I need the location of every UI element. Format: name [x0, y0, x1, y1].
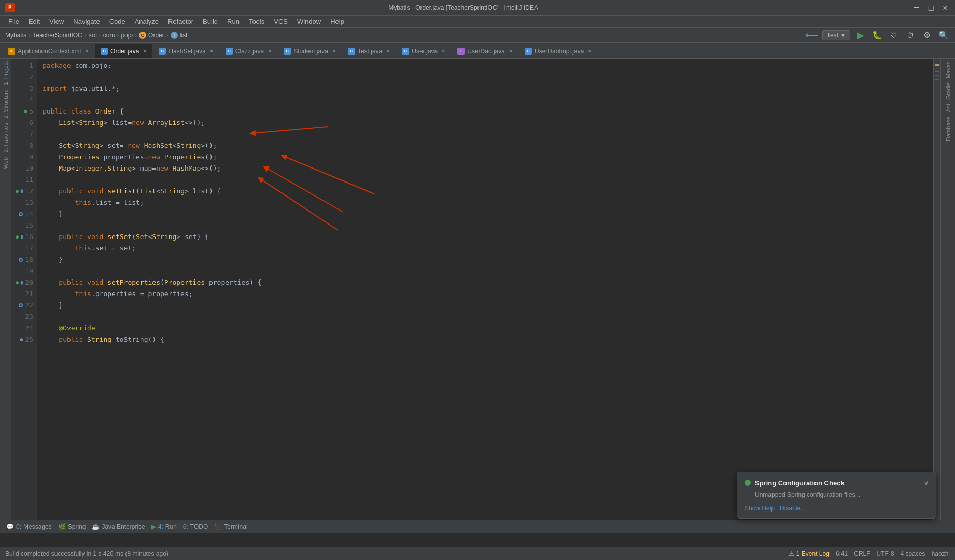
- coverage-button[interactable]: 🛡: [888, 29, 900, 41]
- tab-close-clazz[interactable]: ✕: [268, 48, 272, 54]
- code-line-9: Properties properties=new Properties();: [43, 151, 928, 163]
- code-line-13: this.list = list;: [43, 197, 928, 208]
- tab-close-userdaoimpl[interactable]: ✕: [587, 48, 592, 54]
- tab-clazz[interactable]: C Clazz.java ✕: [220, 44, 277, 58]
- breadcrumb-list[interactable]: list: [180, 32, 188, 39]
- tab-close-student[interactable]: ✕: [332, 48, 336, 54]
- sidebar-item-ant[interactable]: Ant: [944, 102, 952, 115]
- menu-run[interactable]: Run: [223, 17, 244, 26]
- line-num-12: ● 12: [16, 186, 33, 197]
- code-editor[interactable]: package com.pojo; import java.util.*; pu…: [37, 59, 933, 533]
- status-charset[interactable]: UTF-8: [877, 550, 894, 557]
- navigate-back-button[interactable]: ⟵: [806, 29, 818, 41]
- menu-vcs[interactable]: VCS: [270, 17, 292, 26]
- sidebar-item-database[interactable]: Database: [944, 115, 952, 143]
- sep4: ›: [117, 32, 119, 39]
- breadcrumb-list-icon: i: [171, 32, 178, 39]
- tab-close-applicationcontext[interactable]: ✕: [85, 48, 89, 54]
- status-crlf[interactable]: CRLF: [854, 550, 870, 557]
- code-line-25: public String toString() {: [43, 334, 928, 345]
- tab-icon-userdaoimpl: C: [525, 48, 532, 55]
- title-bar-title: Mybatis - Order.java [TeacherSprintIOC] …: [388, 4, 538, 11]
- menu-code[interactable]: Code: [105, 17, 130, 26]
- vertical-scrollbar[interactable]: [933, 59, 940, 533]
- code-line-7: [43, 129, 928, 140]
- breadcrumb-mybatis[interactable]: Mybatis: [5, 32, 26, 39]
- tab-close-hashset[interactable]: ✕: [209, 48, 214, 54]
- sidebar-item-gradle[interactable]: Gradle: [944, 80, 952, 102]
- sidebar-item-project[interactable]: 1: Project: [2, 59, 10, 87]
- search-everywhere-button[interactable]: 🔍: [937, 29, 950, 41]
- code-line-3: import java.util.*;: [43, 83, 928, 94]
- tab-applicationcontext[interactable]: X ApplicationContext.xml ✕: [2, 44, 94, 58]
- spring-popup-body: Unmapped Spring configuration files...: [737, 490, 936, 502]
- menu-build[interactable]: Build: [199, 17, 222, 26]
- breadcrumb-src[interactable]: src: [89, 32, 97, 39]
- tab-close-userdao[interactable]: ✕: [509, 48, 513, 54]
- menu-help[interactable]: Help: [326, 17, 348, 26]
- breadcrumb-com[interactable]: com: [103, 32, 115, 39]
- menu-refactor[interactable]: Refactor: [164, 17, 198, 26]
- run-icon: ▶: [151, 523, 156, 530]
- menu-tools[interactable]: Tools: [245, 17, 269, 26]
- tab-icon-student: C: [284, 48, 291, 55]
- tab-hashset[interactable]: C HashSet.java ✕: [153, 44, 219, 58]
- java-enterprise-icon: ☕: [92, 523, 100, 530]
- sidebar-item-favorites[interactable]: 2: Favorites: [2, 121, 10, 155]
- menu-analyze[interactable]: Analyze: [131, 17, 163, 26]
- spring-collapse-button[interactable]: ∨: [924, 479, 929, 487]
- app-logo: P: [5, 3, 15, 12]
- line-num-3: 3: [16, 83, 33, 94]
- debug-button[interactable]: 🐛: [871, 29, 883, 41]
- maximize-button[interactable]: □: [926, 3, 936, 12]
- code-line-14: }: [43, 208, 928, 220]
- minimize-button[interactable]: ─: [912, 3, 921, 12]
- settings-button[interactable]: ⚙: [921, 29, 933, 41]
- tab-test[interactable]: C Test.java ✕: [342, 44, 396, 58]
- run-config-selector[interactable]: Test ▼: [822, 30, 850, 40]
- sidebar-item-structure[interactable]: 2: Structure: [2, 87, 10, 121]
- breadcrumb-teacher[interactable]: TeacherSprintIOC: [33, 32, 82, 39]
- tab-student[interactable]: C Student.java ✕: [278, 44, 342, 58]
- run-button[interactable]: ▶: [854, 29, 867, 41]
- sep1: ›: [29, 32, 31, 39]
- tab-order[interactable]: C Order.java ✕: [95, 44, 152, 58]
- menu-edit[interactable]: Edit: [24, 17, 44, 26]
- sidebar-item-maven[interactable]: Maven: [944, 59, 952, 80]
- spring-disable-link[interactable]: Disable...: [780, 505, 806, 512]
- menu-window[interactable]: Window: [293, 17, 325, 26]
- spring-show-help-link[interactable]: Show Help: [745, 505, 775, 512]
- tab-close-user[interactable]: ✕: [441, 48, 445, 54]
- tab-close-order[interactable]: ✕: [143, 48, 147, 54]
- bottom-tab-todo[interactable]: 6: TODO: [181, 522, 210, 531]
- tab-userdaoimpl[interactable]: C UserDaoImpl.java ✕: [519, 44, 597, 58]
- tab-close-test[interactable]: ✕: [386, 48, 390, 54]
- breadcrumb-pojo[interactable]: pojo: [121, 32, 133, 39]
- bottom-tab-bar: 💬 0: Messages 🌿 Spring ☕ Java Enterprise…: [0, 520, 955, 533]
- bottom-tab-messages[interactable]: 💬 0: Messages: [4, 522, 54, 531]
- breadcrumb-order[interactable]: Order: [148, 32, 164, 39]
- bottom-tab-terminal[interactable]: ⬛ Terminal: [212, 522, 249, 531]
- profile-button[interactable]: ⏱: [904, 29, 917, 41]
- line-num-7: 7: [16, 129, 33, 140]
- tab-icon-hashset: C: [159, 48, 166, 55]
- sidebar-item-web[interactable]: Web: [2, 155, 10, 171]
- breadcrumb-toolbar: Mybatis › TeacherSprintIOC › src › com ›…: [0, 28, 955, 43]
- code-line-8: Set<String> set= new HashSet<String>();: [43, 140, 928, 151]
- bottom-tab-spring[interactable]: 🌿 Spring: [56, 522, 88, 531]
- bottom-tab-javaenterprise[interactable]: ☕ Java Enterprise: [90, 522, 147, 531]
- line-num-24: 24: [16, 323, 33, 334]
- menu-view[interactable]: View: [45, 17, 68, 26]
- bottom-tab-run[interactable]: ▶ 4: Run: [149, 522, 179, 531]
- tab-userdao[interactable]: I UserDao.java ✕: [452, 44, 518, 58]
- status-right-area: ⚠ 1 Event Log 6:41 CRLF UTF-8 4 spaces h…: [789, 550, 950, 557]
- event-log-badge[interactable]: ⚠ 1 Event Log: [789, 550, 830, 557]
- status-spaces[interactable]: 4 spaces: [901, 550, 925, 557]
- tab-user[interactable]: C User.java ✕: [396, 44, 451, 58]
- line-num-9: 9: [16, 151, 33, 163]
- tab-label-hashset: HashSet.java: [168, 48, 205, 55]
- menu-file[interactable]: File: [4, 17, 23, 26]
- close-button[interactable]: ✕: [940, 3, 950, 12]
- line-num-15: 15: [16, 220, 33, 231]
- menu-navigate[interactable]: Navigate: [69, 17, 104, 26]
